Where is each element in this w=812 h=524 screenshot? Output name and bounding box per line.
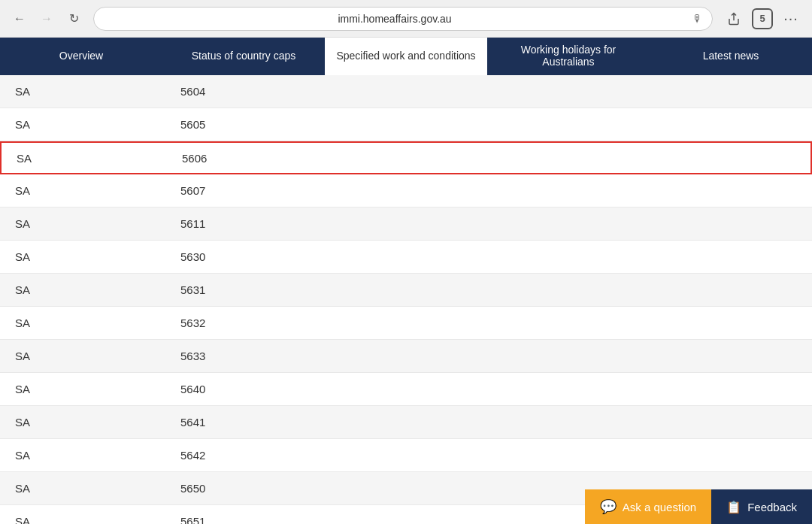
- forward-button[interactable]: →: [36, 8, 57, 29]
- url-text: immi.homeaffairs.gov.au: [103, 13, 686, 25]
- cell-postcode: 5632: [165, 309, 812, 337]
- more-icon: ···: [783, 10, 798, 27]
- table-row: SA 5633: [0, 340, 812, 373]
- tab-status-label: Status of country caps: [192, 50, 296, 62]
- tab-status-country-caps[interactable]: Status of country caps: [162, 38, 325, 75]
- feedback-button[interactable]: 📋 Feedback: [711, 489, 812, 524]
- site-navigation: Overview Status of country caps Specifie…: [0, 38, 812, 75]
- mic-icon[interactable]: 🎙: [692, 13, 703, 25]
- tab-overview[interactable]: Overview: [0, 38, 162, 75]
- address-bar[interactable]: immi.homeaffairs.gov.au 🎙: [93, 7, 713, 31]
- cell-postcode: 5611: [165, 210, 812, 238]
- table-row: SA 5604: [0, 75, 812, 108]
- bottom-action-bar: 💬 Ask a question 📋 Feedback: [585, 489, 812, 524]
- chat-icon: 💬: [600, 498, 617, 515]
- table-row: SA 5611: [0, 207, 812, 241]
- tab-latest-news[interactable]: Latest news: [650, 38, 812, 75]
- tab-overview-label: Overview: [59, 50, 103, 62]
- forward-icon: →: [41, 12, 53, 26]
- cell-state: SA: [0, 408, 165, 436]
- table-row: SA 5632: [0, 307, 812, 340]
- cell-state: SA: [0, 342, 165, 370]
- table-row: SA 5630: [0, 241, 812, 274]
- table-row: SA 5607: [0, 174, 812, 207]
- tab-specified-label: Specified work and conditions: [336, 50, 475, 62]
- back-button[interactable]: ←: [9, 8, 30, 29]
- tab-working-holidays[interactable]: Working holidays for Australians: [487, 38, 650, 75]
- cell-state: SA: [0, 507, 165, 524]
- feedback-label: Feedback: [747, 501, 797, 513]
- table-row: SA 5641: [0, 406, 812, 439]
- back-icon: ←: [14, 12, 26, 26]
- tab-holidays-label: Working holidays for Australians: [496, 44, 641, 68]
- table-row: SA 5642: [0, 439, 812, 472]
- table-row: SA 5631: [0, 274, 812, 307]
- cell-state: SA: [0, 210, 165, 238]
- cell-postcode: 5631: [165, 276, 812, 304]
- cell-postcode: 5633: [165, 342, 812, 370]
- cell-state: SA: [0, 111, 165, 138]
- cell-state: SA: [0, 77, 165, 105]
- browser-actions: 5 ···: [722, 7, 803, 31]
- cell-state: SA: [0, 474, 165, 502]
- cell-postcode: 5630: [165, 243, 812, 271]
- cell-state: SA: [0, 309, 165, 337]
- share-button[interactable]: [722, 7, 746, 31]
- nav-buttons: ← → ↻: [9, 8, 84, 29]
- more-button[interactable]: ···: [779, 7, 803, 31]
- feedback-icon: 📋: [726, 500, 741, 514]
- cell-postcode: 5604: [165, 77, 812, 105]
- cell-state: SA: [0, 375, 165, 403]
- tab-specified-work[interactable]: Specified work and conditions: [325, 38, 487, 75]
- cell-postcode: 5606: [167, 144, 810, 172]
- tab-count[interactable]: 5: [752, 8, 773, 29]
- cell-state: SA: [2, 144, 167, 172]
- cell-state: SA: [0, 243, 165, 271]
- cell-postcode: 5640: [165, 375, 812, 403]
- cell-postcode: 5641: [165, 408, 812, 436]
- cell-state: SA: [0, 276, 165, 304]
- reload-icon: ↻: [69, 11, 79, 26]
- tab-news-label: Latest news: [703, 50, 759, 62]
- cell-state: SA: [0, 441, 165, 469]
- table-row-highlighted: SA 5606: [0, 141, 812, 174]
- browser-chrome: ← → ↻ immi.homeaffairs.gov.au 🎙 5 ···: [0, 0, 812, 38]
- ask-question-button[interactable]: 💬 Ask a question: [585, 489, 711, 524]
- cell-postcode: 5607: [165, 177, 812, 204]
- table-row: SA 5605: [0, 108, 812, 141]
- cell-state: SA: [0, 177, 165, 204]
- ask-question-label: Ask a question: [623, 501, 696, 513]
- cell-postcode: 5642: [165, 441, 812, 469]
- content-area: SA 5604 SA 5605 SA 5606 SA 5607 SA 5611 …: [0, 75, 812, 524]
- cell-postcode: 5605: [165, 111, 812, 138]
- table-row: SA 5640: [0, 373, 812, 406]
- reload-button[interactable]: ↻: [63, 8, 84, 29]
